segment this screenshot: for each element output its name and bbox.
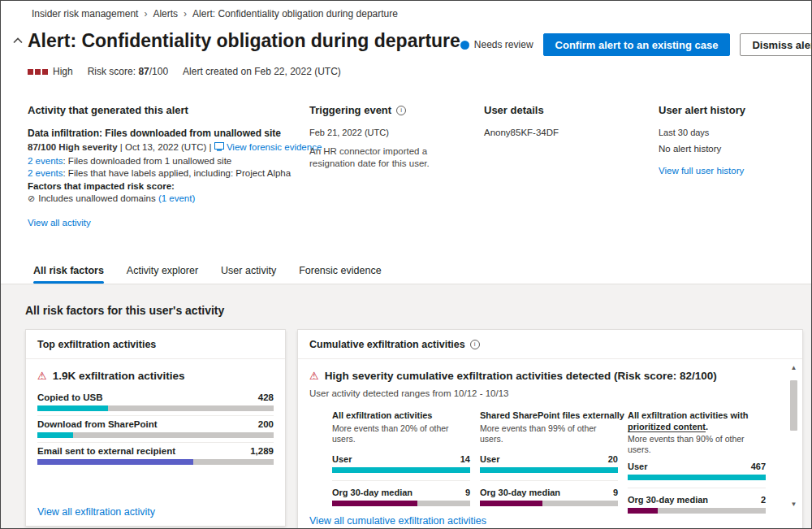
view-all-exfiltration-activity-link[interactable]: View all exfiltration activity bbox=[37, 506, 155, 518]
alert-details-section: Activity that generated this alert Data … bbox=[1, 77, 811, 229]
activity-score: 87/100 High severity bbox=[28, 142, 118, 152]
cumulative-groups: All exfiltration activities More events … bbox=[332, 410, 778, 514]
group-title-text: Shared SharePoint files externally bbox=[480, 410, 624, 420]
scrollbar-thumb[interactable] bbox=[790, 380, 797, 431]
triggering-event-heading: Triggering eventi bbox=[309, 104, 484, 116]
breadcrumb-separator-icon: › bbox=[144, 8, 147, 20]
user-value: 14 bbox=[460, 454, 470, 464]
user-bar-fill bbox=[332, 467, 470, 473]
info-icon-glyph: i bbox=[400, 106, 402, 114]
event1-description: : Files downloaded from 1 unallowed site bbox=[63, 156, 231, 166]
severity-high-icon bbox=[28, 69, 48, 75]
tab-user-activity[interactable]: User activity bbox=[221, 265, 276, 284]
event-line-1: 2 events: Files downloaded from 1 unallo… bbox=[28, 155, 309, 168]
group-title: All exfiltration activities with priorit… bbox=[628, 410, 766, 432]
breadcrumb: Insider risk management › Alerts › Alert… bbox=[1, 1, 811, 20]
group-note: More events than 99% of other users. bbox=[480, 423, 618, 444]
collapse-chevron-icon[interactable] bbox=[7, 30, 28, 44]
page-title: Alert: Confidentiality obligation during… bbox=[28, 30, 460, 53]
view-all-cumulative-exfiltration-link[interactable]: View all cumulative exfiltration activit… bbox=[309, 515, 486, 527]
bar-label: Copied to USB bbox=[37, 392, 103, 402]
risk-score-label: Risk score: bbox=[88, 66, 136, 77]
card-scrollbar[interactable]: ▲ ▼ bbox=[788, 362, 800, 510]
bar-label: Download from SharePoint bbox=[37, 419, 158, 429]
bar-track bbox=[37, 459, 274, 465]
group-note: More events than 90% of other users. bbox=[628, 434, 766, 455]
event2-count-link[interactable]: 2 events bbox=[28, 168, 63, 178]
breadcrumb-item-insider-risk-management[interactable]: Insider risk management bbox=[32, 8, 138, 20]
info-icon[interactable]: i bbox=[396, 106, 406, 115]
group-title: All exfiltration activities bbox=[332, 410, 470, 422]
median-value: 9 bbox=[613, 488, 618, 497]
activity-severity-line: 87/100 High severity | Oct 13, 2022 (UTC… bbox=[28, 141, 309, 155]
user-bar bbox=[480, 467, 618, 473]
scroll-up-icon[interactable]: ▲ bbox=[791, 362, 797, 374]
user-label: User bbox=[480, 454, 499, 464]
user-details-heading: User details bbox=[484, 104, 659, 116]
median-label: Org 30-day median bbox=[480, 488, 560, 497]
user-value: 20 bbox=[608, 454, 618, 464]
group-title: Shared SharePoint files externally bbox=[480, 410, 618, 422]
factors-heading: Factors that impacted risk score: bbox=[28, 180, 309, 193]
alert-created-date: Alert created on Feb 22, 2022 (UTC) bbox=[183, 66, 341, 77]
scroll-down-icon[interactable]: ▼ bbox=[791, 499, 797, 510]
median-bar bbox=[480, 501, 618, 506]
info-icon-glyph: i bbox=[474, 340, 476, 348]
activity-column: Activity that generated this alert Data … bbox=[28, 104, 309, 229]
view-full-user-history-link[interactable]: View full user history bbox=[659, 166, 744, 176]
cumulative-group-shared-sharepoint: Shared SharePoint files externally More … bbox=[480, 410, 618, 514]
triggering-event-column: Triggering eventi Feb 21, 2022 (UTC) An … bbox=[309, 104, 484, 229]
scrollbar-track[interactable] bbox=[788, 374, 800, 499]
stat-separator bbox=[628, 488, 766, 488]
risk-factor-line: ⊘Includes unallowed domains (1 event) bbox=[28, 193, 309, 206]
breadcrumb-item-alerts[interactable]: Alerts bbox=[153, 8, 178, 20]
median-bar-fill bbox=[332, 501, 417, 506]
factor-event-count-link[interactable]: (1 event) bbox=[158, 193, 195, 203]
median-stat-row: Org 30-day median9 bbox=[332, 488, 470, 497]
bar-value: 200 bbox=[258, 419, 274, 429]
stat-separator bbox=[332, 480, 470, 481]
group-title-underlined: prioritized content bbox=[628, 422, 706, 432]
severity-label: High bbox=[53, 66, 73, 77]
confirm-alert-button[interactable]: Confirm alert to an existing case bbox=[543, 33, 731, 56]
event-line-2: 2 events: Files that have labels applied… bbox=[28, 167, 309, 180]
insider-risk-alert-page: Insider risk management › Alerts › Alert… bbox=[0, 0, 812, 529]
dismiss-alert-button[interactable]: Dismiss alert bbox=[740, 33, 812, 56]
tab-all-risk-factors[interactable]: All risk factors bbox=[33, 265, 104, 284]
view-all-activity-link[interactable]: View all activity bbox=[28, 218, 91, 228]
status-label: Needs review bbox=[474, 39, 533, 50]
exfiltration-alert-line: ⚠ 1.9K exfiltration activities bbox=[37, 370, 274, 384]
bar-fill bbox=[37, 432, 73, 438]
exfiltration-bar-row: Copied to USB428 bbox=[37, 389, 274, 415]
alert-header: Alert: Confidentiality obligation during… bbox=[1, 20, 811, 56]
unallowed-domains-icon: ⊘ bbox=[28, 193, 35, 203]
event1-count-link[interactable]: 2 events bbox=[28, 156, 63, 166]
median-value: 2 bbox=[761, 495, 766, 505]
tab-forensic-evidence[interactable]: Forensic evidence bbox=[299, 265, 381, 284]
info-icon[interactable]: i bbox=[470, 340, 480, 349]
median-label: Org 30-day median bbox=[332, 488, 412, 497]
triggering-event-description: An HR connector imported a resignation d… bbox=[309, 145, 465, 170]
tab-activity-explorer[interactable]: Activity explorer bbox=[127, 265, 198, 284]
group-title-suffix: . bbox=[706, 422, 708, 431]
user-label: User bbox=[332, 454, 352, 464]
user-stat-row: User14 bbox=[332, 454, 470, 464]
user-bar-fill bbox=[628, 475, 766, 480]
forensic-evidence-icon bbox=[214, 142, 224, 155]
top-exfiltration-card-body: ⚠ 1.9K exfiltration activities Copied to… bbox=[26, 359, 285, 470]
risk-score: Risk score: 87/100 bbox=[88, 66, 168, 77]
bar-fill bbox=[37, 405, 108, 411]
user-stat-row: User467 bbox=[628, 462, 766, 471]
bar-fill bbox=[37, 459, 193, 465]
cumulative-card-body: ⚠ High severity cumulative exfiltration … bbox=[298, 359, 802, 514]
median-bar-fill bbox=[628, 508, 658, 514]
cumulative-alert-line: ⚠ High severity cumulative exfiltration … bbox=[309, 370, 778, 384]
anonymized-username: Anony85KF-34DF bbox=[484, 128, 659, 137]
cumulative-card-header: Cumulative exfiltration activities i bbox=[298, 330, 802, 359]
header-actions: Needs review Confirm alert to an existin… bbox=[460, 30, 812, 56]
view-forensic-evidence-link[interactable]: View forensic evidence bbox=[227, 142, 322, 152]
user-bar bbox=[332, 467, 470, 473]
activity-subheading: Data infiltration: Files downloaded from… bbox=[28, 128, 309, 139]
alert-history-heading: User alert history bbox=[659, 104, 795, 116]
risk-score-value: 87 bbox=[138, 66, 149, 77]
